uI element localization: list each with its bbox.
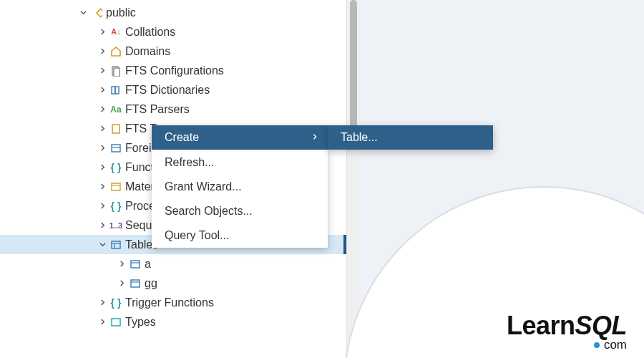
chevron-right-icon bbox=[97, 164, 108, 170]
foreign-table-icon bbox=[109, 142, 122, 155]
menu-item-refresh[interactable]: Refresh... bbox=[152, 150, 328, 175]
tables-icon bbox=[109, 238, 122, 251]
context-menu: Create Refresh... Grant Wizard... Search… bbox=[152, 125, 328, 248]
svg-rect-15 bbox=[131, 280, 140, 287]
tree-item-collations[interactable]: A↓ Collations bbox=[0, 22, 346, 42]
logo-dot-icon bbox=[594, 342, 600, 348]
svg-rect-0 bbox=[97, 9, 102, 16]
logo-text-sql: SQL bbox=[575, 311, 627, 340]
scrollbar-thumb[interactable] bbox=[350, 0, 357, 129]
logo-text-com: com bbox=[604, 338, 627, 352]
tree-label: gg bbox=[145, 277, 157, 290]
trigger-function-icon: { } bbox=[109, 296, 122, 309]
menu-item-query-tool[interactable]: Query Tool... bbox=[152, 223, 328, 248]
procedure-icon: { } bbox=[109, 200, 122, 213]
tree-label: FTS Configurations bbox=[125, 64, 224, 77]
menu-item-search-objects[interactable]: Search Objects... bbox=[152, 199, 328, 223]
tree-label: Domains bbox=[125, 45, 170, 58]
svg-rect-4 bbox=[115, 87, 119, 94]
tree-item-table-a[interactable]: a bbox=[0, 254, 346, 274]
tree-label: Proce bbox=[125, 200, 155, 213]
tree-label: Trigger Functions bbox=[125, 296, 214, 309]
tree-label: Funct bbox=[125, 161, 154, 174]
menu-label: Query Tool... bbox=[165, 229, 229, 242]
chevron-right-icon bbox=[116, 261, 127, 267]
tree-label: Mater bbox=[125, 180, 155, 193]
materialized-view-icon bbox=[109, 180, 122, 193]
tree-label: Collations bbox=[125, 26, 175, 39]
chevron-down-icon bbox=[77, 9, 89, 16]
tree-label: Types bbox=[125, 316, 156, 329]
svg-rect-10 bbox=[112, 241, 120, 248]
svg-rect-17 bbox=[112, 319, 120, 326]
svg-rect-13 bbox=[131, 261, 140, 268]
chevron-right-icon bbox=[97, 125, 108, 132]
svg-rect-5 bbox=[112, 125, 119, 133]
fts-config-icon bbox=[109, 64, 122, 77]
context-submenu-create: Table... bbox=[328, 125, 493, 150]
tree-scrollbar[interactable] bbox=[346, 0, 359, 358]
svg-rect-6 bbox=[112, 145, 120, 152]
menu-label: Refresh... bbox=[165, 156, 214, 169]
fts-template-icon bbox=[109, 122, 122, 135]
logo-text-learn: Learn bbox=[507, 311, 575, 340]
chevron-right-icon bbox=[97, 67, 108, 74]
chevron-right-icon bbox=[97, 319, 108, 325]
chevron-right-icon bbox=[97, 87, 108, 93]
table-icon bbox=[129, 277, 142, 290]
chevron-down-icon bbox=[97, 241, 108, 248]
menu-label: Search Objects... bbox=[165, 205, 253, 218]
menu-label: Table... bbox=[341, 131, 378, 144]
chevron-right-icon bbox=[116, 280, 127, 286]
menu-item-create[interactable]: Create bbox=[152, 125, 328, 150]
tree-label: FTS Dictionaries bbox=[125, 84, 210, 97]
fts-dictionary-icon bbox=[109, 84, 122, 97]
menu-item-grant-wizard[interactable]: Grant Wizard... bbox=[152, 175, 328, 199]
chevron-right-icon bbox=[97, 106, 108, 112]
tree-item-fts-dictionaries[interactable]: FTS Dictionaries bbox=[0, 80, 346, 100]
fts-parser-icon: Aa bbox=[109, 103, 122, 116]
chevron-right-icon bbox=[97, 203, 108, 209]
chevron-right-icon bbox=[97, 222, 108, 228]
tree-item-trigger-functions[interactable]: { } Trigger Functions bbox=[0, 293, 346, 312]
svg-rect-2 bbox=[114, 68, 119, 77]
menu-label: Create bbox=[165, 131, 199, 144]
chevron-right-icon bbox=[97, 183, 108, 190]
tree-item-fts-parsers[interactable]: Aa FTS Parsers bbox=[0, 100, 346, 119]
tree-label: FTS Parsers bbox=[125, 103, 190, 116]
tree-item-types[interactable]: Types bbox=[0, 312, 346, 332]
type-icon bbox=[109, 316, 122, 329]
tree-label: public bbox=[106, 6, 136, 19]
function-icon: { } bbox=[109, 161, 122, 174]
chevron-right-icon bbox=[312, 132, 318, 142]
chevron-right-icon bbox=[97, 29, 108, 35]
table-icon bbox=[129, 258, 142, 271]
chevron-right-icon bbox=[97, 299, 108, 306]
schema-icon bbox=[90, 6, 103, 19]
submenu-item-table[interactable]: Table... bbox=[328, 125, 493, 150]
chevron-right-icon bbox=[97, 48, 108, 54]
learnsql-logo: LearnSQL com bbox=[507, 311, 627, 352]
chevron-right-icon bbox=[97, 145, 108, 151]
collation-icon: A↓ bbox=[109, 26, 122, 39]
sequence-icon: 1..3 bbox=[109, 219, 122, 232]
tree-item-table-gg[interactable]: gg bbox=[0, 274, 346, 293]
tree-item-fts-configurations[interactable]: FTS Configurations bbox=[0, 61, 346, 80]
tree-item-schema-public[interactable]: public bbox=[0, 3, 346, 22]
svg-rect-8 bbox=[112, 183, 120, 190]
svg-rect-3 bbox=[112, 87, 115, 94]
tree-label: a bbox=[145, 258, 151, 271]
tree-item-domains[interactable]: Domains bbox=[0, 42, 346, 61]
domain-icon bbox=[109, 45, 122, 58]
menu-label: Grant Wizard... bbox=[165, 180, 242, 193]
